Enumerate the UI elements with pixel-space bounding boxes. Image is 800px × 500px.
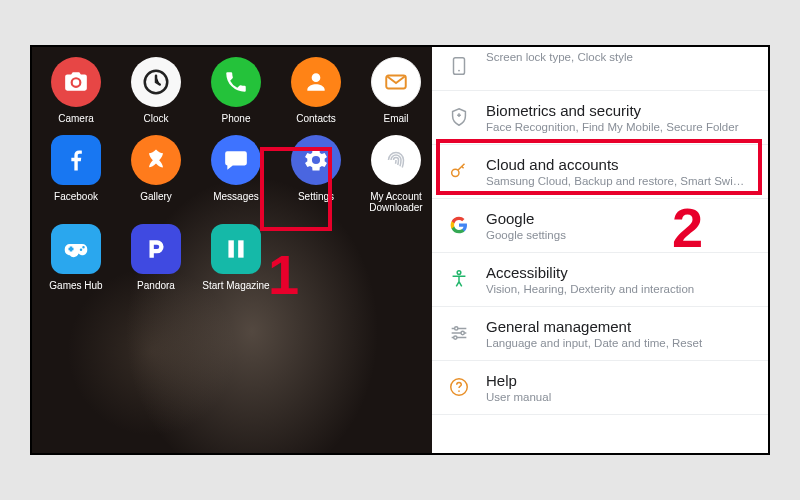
- app-label: Gallery: [140, 191, 172, 203]
- settings-row-title: Biometrics and security: [486, 102, 752, 119]
- settings-row-sub: Google settings: [486, 229, 752, 241]
- svg-point-5: [458, 70, 460, 72]
- settings-row-title: Help: [486, 372, 752, 389]
- tutorial-image: Camera Clock Phone Contacts: [30, 45, 770, 455]
- app-label: Email: [383, 113, 408, 125]
- settings-row-sub: Screen lock type, Clock style: [486, 51, 752, 63]
- gamepad-icon: [51, 224, 101, 274]
- app-label: Facebook: [54, 191, 98, 203]
- key-icon: [446, 158, 472, 184]
- settings-row-title: Google: [486, 210, 752, 227]
- app-games-hub[interactable]: Games Hub: [38, 224, 114, 292]
- pandora-icon: [131, 224, 181, 274]
- app-email[interactable]: Email: [358, 57, 434, 125]
- accessibility-icon: [446, 266, 472, 292]
- settings-row-sub: Samsung Cloud, Backup and restore, Smart…: [486, 175, 752, 187]
- settings-list: Screen lock type, Clock style Biometrics…: [432, 47, 768, 415]
- app-contacts[interactable]: Contacts: [278, 57, 354, 125]
- app-label: Camera: [58, 113, 94, 125]
- google-icon: [446, 212, 472, 238]
- app-label: Settings: [298, 191, 334, 203]
- app-label: Clock: [143, 113, 168, 125]
- settings-row-accessibility[interactable]: Accessibility Vision, Hearing, Dexterity…: [432, 253, 768, 307]
- settings-row-sub: Language and input, Date and time, Reset: [486, 337, 752, 349]
- settings-row-general[interactable]: General management Language and input, D…: [432, 307, 768, 361]
- settings-row-sub: Vision, Hearing, Dexterity and interacti…: [486, 283, 752, 295]
- settings-row-help[interactable]: Help User manual: [432, 361, 768, 415]
- svg-point-7: [457, 271, 461, 275]
- camera-icon: [51, 57, 101, 107]
- svg-point-9: [461, 331, 464, 334]
- svg-rect-4: [454, 58, 465, 75]
- app-label: My Account Downloader: [358, 191, 434, 214]
- start-magazine-icon: [211, 224, 261, 274]
- app-phone[interactable]: Phone: [198, 57, 274, 125]
- app-label: Start Magazine: [202, 280, 269, 292]
- contacts-icon: [291, 57, 341, 107]
- help-icon: [446, 374, 472, 400]
- settings-row-sub: Face Recognition, Find My Mobile, Secure…: [486, 121, 752, 133]
- app-pandora[interactable]: Pandora: [118, 224, 194, 292]
- shield-icon: [446, 104, 472, 130]
- facebook-icon: [51, 135, 101, 185]
- settings-row-biometrics[interactable]: Biometrics and security Face Recognition…: [432, 91, 768, 145]
- settings-row-title: General management: [486, 318, 752, 335]
- phone-icon: [211, 57, 261, 107]
- gallery-icon: [131, 135, 181, 185]
- settings-row-google[interactable]: Google Google settings: [432, 199, 768, 253]
- phone-settings-screen: Screen lock type, Clock style Biometrics…: [432, 47, 768, 453]
- settings-row-cloud-accounts[interactable]: Cloud and accounts Samsung Cloud, Backup…: [432, 145, 768, 199]
- app-settings[interactable]: Settings: [278, 135, 354, 214]
- settings-row-title: Accessibility: [486, 264, 752, 281]
- svg-rect-2: [228, 240, 233, 257]
- lockscreen-icon: [446, 53, 472, 79]
- callout-step-2: 2: [672, 195, 703, 260]
- app-clock[interactable]: Clock: [118, 57, 194, 125]
- phone-app-drawer: Camera Clock Phone Contacts: [32, 47, 432, 453]
- sliders-icon: [446, 320, 472, 346]
- app-label: Games Hub: [49, 280, 102, 292]
- svg-point-10: [454, 336, 457, 339]
- app-messages[interactable]: Messages: [198, 135, 274, 214]
- email-icon: [371, 57, 421, 107]
- app-label: Phone: [222, 113, 251, 125]
- app-myaccount-downloader[interactable]: My Account Downloader: [358, 135, 434, 214]
- app-camera[interactable]: Camera: [38, 57, 114, 125]
- settings-row-lockscreen[interactable]: Screen lock type, Clock style: [432, 47, 768, 91]
- settings-row-title: Cloud and accounts: [486, 156, 752, 173]
- app-gallery[interactable]: Gallery: [118, 135, 194, 214]
- callout-step-1: 1: [268, 242, 299, 307]
- fingerprint-icon: [371, 135, 421, 185]
- svg-rect-3: [238, 240, 243, 257]
- clock-icon: [131, 57, 181, 107]
- svg-point-12: [458, 390, 460, 392]
- app-label: Pandora: [137, 280, 175, 292]
- svg-point-6: [452, 169, 459, 176]
- settings-icon: [291, 135, 341, 185]
- settings-row-sub: User manual: [486, 391, 752, 403]
- app-facebook[interactable]: Facebook: [38, 135, 114, 214]
- app-label: Messages: [213, 191, 259, 203]
- svg-point-8: [455, 327, 458, 330]
- app-label: Contacts: [296, 113, 335, 125]
- app-grid: Camera Clock Phone Contacts: [38, 57, 426, 291]
- app-start-magazine[interactable]: Start Magazine: [198, 224, 274, 292]
- messages-icon: [211, 135, 261, 185]
